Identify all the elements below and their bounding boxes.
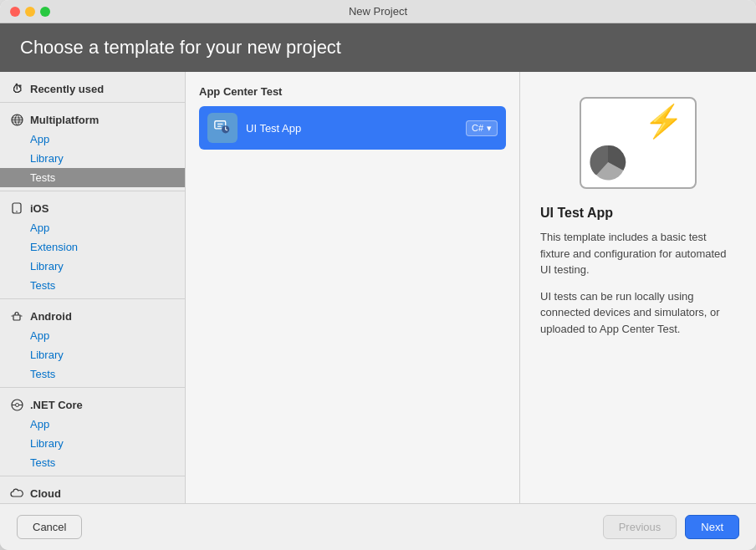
cloud-label: Cloud xyxy=(30,487,61,500)
next-button[interactable]: Next xyxy=(685,515,739,539)
divider-3 xyxy=(0,298,185,299)
sidebar-item-ios-extension[interactable]: Extension xyxy=(0,237,185,257)
page-title: Choose a template for your new project xyxy=(20,37,736,59)
template-panel: App Center Test UI Test App xyxy=(186,72,756,503)
main-window: New Project Choose a template for your n… xyxy=(0,0,756,550)
traffic-lights xyxy=(10,7,50,17)
pie-chart-icon xyxy=(590,144,626,181)
multiplatform-label: Multiplatform xyxy=(30,114,99,126)
divider-4 xyxy=(0,387,185,388)
android-label: Android xyxy=(30,310,72,323)
template-section-title: App Center Test xyxy=(199,85,506,98)
svg-point-2 xyxy=(16,211,18,212)
sidebar-item-ios-library[interactable]: Library xyxy=(0,257,185,276)
sidebar-item-multiplatform-library[interactable]: Library xyxy=(0,149,185,168)
sidebar-item-multiplatform-tests[interactable]: Tests xyxy=(0,168,185,187)
maximize-button[interactable] xyxy=(40,7,50,17)
detail-description-2: UI tests can be run locally using connec… xyxy=(540,288,736,338)
template-list-area: App Center Test UI Test App xyxy=(186,72,520,503)
sidebar-item-netcore-tests[interactable]: Tests xyxy=(0,453,185,472)
template-item-name: UI Test App xyxy=(246,122,457,135)
lang-dropdown-icon[interactable]: ▾ xyxy=(487,123,492,134)
sidebar-section-ios[interactable]: iOS xyxy=(0,195,185,218)
minimize-button[interactable] xyxy=(25,7,35,17)
sidebar-item-netcore-app[interactable]: App xyxy=(0,415,185,434)
detail-description-1: This template includes a basic test fixt… xyxy=(540,229,736,278)
sidebar-section-netcore[interactable]: .NET Core xyxy=(0,391,185,415)
template-lang-label: C# xyxy=(472,123,483,133)
sidebar-section-multiplatform[interactable]: Multiplatform xyxy=(0,106,185,130)
sidebar-section-android[interactable]: Android xyxy=(0,303,185,326)
ios-label: iOS xyxy=(30,202,49,215)
cloud-icon xyxy=(10,486,23,500)
titlebar: New Project xyxy=(0,0,756,23)
window-title: New Project xyxy=(349,5,407,18)
main-content: ⏱ Recently used Multiplatform xyxy=(0,72,756,503)
android-icon xyxy=(10,309,23,323)
sidebar-item-ios-app[interactable]: App xyxy=(0,218,185,237)
template-item-lang[interactable]: C# ▾ xyxy=(466,120,498,136)
sidebar-item-multiplatform-app[interactable]: App xyxy=(0,130,185,149)
content-area: App Center Test UI Test App xyxy=(186,72,756,503)
divider-1 xyxy=(0,102,185,103)
footer-right: Previous Next xyxy=(603,515,739,539)
lightning-icon: ⚡ xyxy=(644,105,683,137)
template-item-uitestapp[interactable]: UI Test App C# ▾ xyxy=(199,106,506,150)
divider-5 xyxy=(0,476,185,476)
sidebar-item-android-app[interactable]: App xyxy=(0,326,185,345)
header-banner: Choose a template for your new project xyxy=(0,23,756,72)
globe-icon xyxy=(10,113,23,126)
svg-point-8 xyxy=(15,403,18,406)
close-button[interactable] xyxy=(10,7,20,17)
dotnet-icon xyxy=(10,398,23,411)
recently-used-label: Recently used xyxy=(30,83,104,95)
svg-point-6 xyxy=(18,313,18,314)
detail-title: UI Test App xyxy=(540,206,736,221)
ios-icon xyxy=(10,201,23,215)
template-item-icon xyxy=(207,113,238,143)
sidebar-recently-used[interactable]: ⏱ Recently used xyxy=(0,75,185,99)
detail-icon-box: ⚡ xyxy=(580,97,697,189)
sidebar-item-ios-tests[interactable]: Tests xyxy=(0,276,185,295)
sidebar: ⏱ Recently used Multiplatform xyxy=(0,72,186,503)
sidebar-section-cloud[interactable]: Cloud xyxy=(0,480,185,503)
netcore-label: .NET Core xyxy=(30,399,83,411)
sidebar-item-android-tests[interactable]: Tests xyxy=(0,364,185,384)
sidebar-item-netcore-library[interactable]: Library xyxy=(0,434,185,453)
detail-icon-area: ⚡ xyxy=(540,97,736,189)
divider-2 xyxy=(0,191,185,191)
svg-point-5 xyxy=(15,313,16,314)
cancel-button[interactable]: Cancel xyxy=(17,515,82,539)
sidebar-item-android-library[interactable]: Library xyxy=(0,345,185,364)
footer: Cancel Previous Next xyxy=(0,503,756,550)
template-detail: ⚡ UI Test App This template includes a b… xyxy=(520,72,756,503)
clock-icon: ⏱ xyxy=(10,82,23,95)
previous-button[interactable]: Previous xyxy=(603,515,677,539)
